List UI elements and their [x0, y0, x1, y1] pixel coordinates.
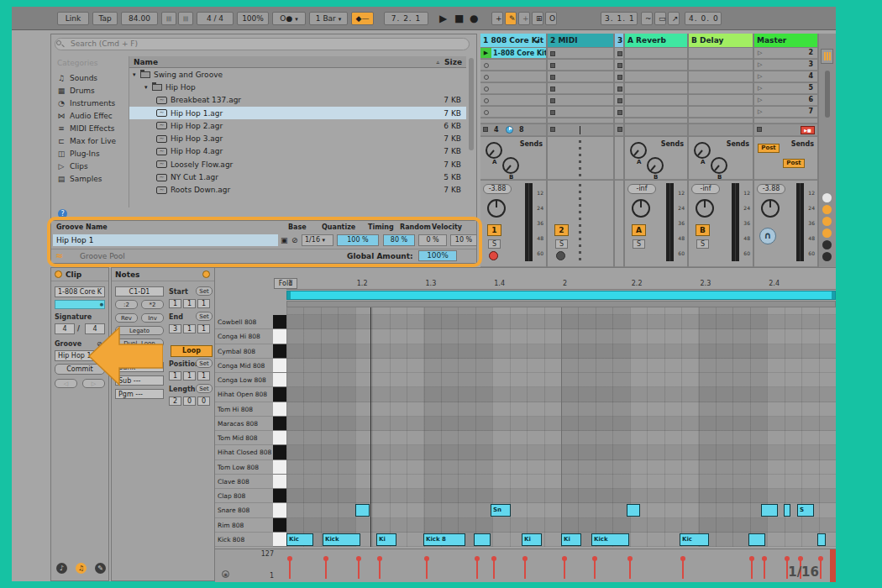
track-activator-button[interactable]: 1	[487, 224, 501, 236]
black-key[interactable]	[273, 417, 286, 431]
velocity-marker[interactable]	[325, 559, 327, 579]
clip-stop-square-icon[interactable]	[550, 98, 555, 103]
clip-slot[interactable]	[689, 60, 753, 71]
scene-play-icon[interactable]: ▷	[758, 97, 762, 103]
velocity-marker[interactable]	[426, 559, 428, 579]
drum-row-name[interactable]: Hihat Open 808	[215, 387, 273, 402]
size-column-header[interactable]: Size	[444, 58, 462, 66]
view-toggle-icon[interactable]	[822, 240, 832, 249]
clip-slot[interactable]	[615, 83, 623, 94]
sidebar-item-max-for-live[interactable]: ⊏Max for Live	[55, 134, 127, 147]
white-key[interactable]	[273, 431, 286, 445]
track-status-cell[interactable]: 48	[480, 124, 546, 136]
arm-button[interactable]	[489, 251, 498, 260]
volume-field[interactable]: -inf	[691, 184, 720, 194]
clip-slot[interactable]	[615, 107, 623, 118]
play-button[interactable]: ▶	[439, 11, 447, 26]
stop-icon[interactable]	[483, 127, 488, 132]
velocity-field[interactable]: 10 %	[450, 234, 477, 246]
link-button[interactable]: Link	[57, 12, 89, 25]
groove-name-cell[interactable]: Hip Hop 1	[53, 234, 278, 246]
clip-slot[interactable]: ▶1-808 Core Kit	[480, 48, 546, 59]
clip-stop-square-icon[interactable]	[617, 75, 622, 80]
send-b-knob[interactable]	[502, 157, 519, 174]
volume-field[interactable]: -3.88	[483, 184, 512, 194]
clip-stop-square-icon[interactable]	[550, 110, 555, 115]
start-bar-field[interactable]: 1	[169, 299, 181, 308]
track-header-2[interactable]: 3	[615, 34, 623, 47]
drum-row-name[interactable]: Clave 808	[215, 475, 273, 489]
loop-start-field[interactable]: 3. 1. 1	[601, 12, 638, 25]
arm-button[interactable]	[556, 251, 565, 260]
overdub-button[interactable]: +	[518, 12, 530, 25]
velocity-marker[interactable]	[564, 559, 565, 579]
clip-slot[interactable]	[548, 48, 613, 59]
track-activator-button[interactable]: 2	[554, 224, 569, 236]
clip-slot[interactable]: ▷2	[754, 48, 817, 59]
record-button[interactable]: ●	[470, 11, 478, 26]
midi-note[interactable]: Kick 8	[423, 533, 465, 546]
loop-length-field[interactable]: 4. 0. 0	[685, 12, 722, 25]
velocity-lane-toggle-icon[interactable]: ◉	[222, 570, 229, 578]
timing-field[interactable]: 80 %	[383, 234, 415, 246]
file-row-item[interactable]: ~Roots Down.agr7 KB	[129, 184, 466, 197]
reverse-button[interactable]: Rev	[115, 313, 138, 323]
clip-stop-square-icon[interactable]	[550, 51, 555, 56]
sidebar-item-audio-effec[interactable]: ⋈Audio Effec	[55, 109, 127, 122]
end-bar-field[interactable]: 3	[169, 324, 181, 333]
clip-slot[interactable]	[548, 71, 613, 82]
time-signature-field[interactable]: 4 / 4	[197, 12, 234, 25]
follow-button[interactable]: ◆—	[351, 12, 374, 25]
clip-slot[interactable]	[615, 95, 623, 106]
clip-slot[interactable]: ▷6	[754, 95, 817, 106]
double-time-button[interactable]: *2	[141, 300, 164, 309]
velocity-marker[interactable]	[682, 559, 684, 579]
tap-tempo-button[interactable]: Tap	[92, 12, 118, 25]
drum-row-name[interactable]: Tom Low 808	[215, 460, 273, 475]
send-a-knob[interactable]	[630, 142, 647, 159]
drum-row-name[interactable]: Maracas 808	[215, 417, 273, 431]
track-status-cell[interactable]	[625, 124, 687, 136]
black-key[interactable]	[273, 315, 286, 329]
clip-slot[interactable]: ▷3	[754, 60, 817, 71]
note-range-field[interactable]: C1-D1	[115, 286, 164, 297]
clip-stop-square-icon[interactable]	[617, 98, 622, 103]
end-beat-field[interactable]: 1	[183, 324, 196, 333]
black-key[interactable]	[273, 445, 286, 459]
clip-slot[interactable]	[615, 71, 623, 82]
velocity-marker[interactable]	[358, 559, 360, 579]
velocity-marker[interactable]	[524, 559, 526, 579]
track-header-5[interactable]: Master	[754, 34, 817, 47]
clip-stop-square-icon[interactable]	[617, 87, 622, 92]
file-row-item[interactable]: ~Hip Hop 3.agr7 KB	[129, 132, 466, 144]
white-key[interactable]	[273, 475, 286, 489]
midi-note[interactable]: Kic	[286, 533, 313, 546]
midi-note[interactable]: Ki	[561, 533, 581, 546]
clip-slot[interactable]	[480, 95, 546, 106]
loop-brace[interactable]	[286, 291, 836, 300]
folder-row[interactable]: ▾Swing and Groove	[129, 68, 466, 81]
end-set-button[interactable]: Set	[196, 312, 213, 321]
stop-icon[interactable]	[757, 127, 762, 132]
file-row-item[interactable]: ~Breakbeat 137.agr7 KB	[129, 94, 466, 107]
velocity-scrollbar[interactable]	[830, 549, 836, 582]
solo-button[interactable]: S	[696, 239, 709, 249]
clip-slot[interactable]	[548, 83, 613, 94]
black-key[interactable]	[273, 489, 286, 503]
sidebar-item-sounds[interactable]: ♫Sounds	[55, 71, 127, 84]
track-status-cell[interactable]	[548, 124, 613, 136]
position-bar-field[interactable]: 1	[169, 371, 181, 381]
clip-slot[interactable]	[689, 107, 753, 118]
clip-slot[interactable]	[625, 48, 687, 59]
file-row-item[interactable]: ~Loosely Flow.agr7 KB	[129, 158, 466, 171]
clip-slot[interactable]: ▷4	[754, 71, 817, 82]
track-header-0[interactable]: 1 808 Core Kit▾	[480, 34, 546, 47]
drum-row-name[interactable]: Snare 808	[215, 503, 273, 517]
send-b-post-button[interactable]: Post	[783, 159, 805, 168]
punch-icon[interactable]: ↗	[668, 12, 680, 25]
clip-slot[interactable]	[548, 107, 613, 118]
clip-slot[interactable]	[689, 48, 753, 59]
start-beat-field[interactable]: 1	[183, 299, 196, 308]
clip-stop-icon[interactable]	[484, 110, 489, 115]
black-key[interactable]	[273, 518, 286, 533]
